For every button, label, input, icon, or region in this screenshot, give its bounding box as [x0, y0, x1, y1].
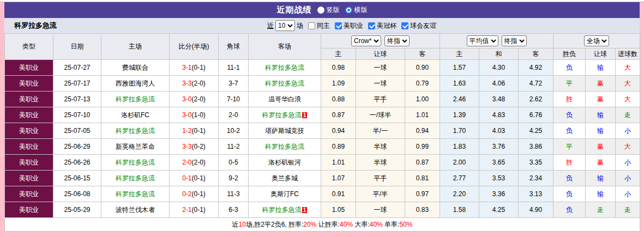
- layout-option-vertical[interactable]: 竖版: [317, 5, 340, 15]
- odds-away-cell: 0.81: [405, 171, 440, 186]
- away-team-cell[interactable]: 科罗拉多急流: [249, 139, 321, 155]
- score-cell[interactable]: 0-1(0-1): [170, 171, 219, 186]
- score-cell[interactable]: 3-3(2-0): [170, 76, 219, 92]
- average-select[interactable]: 平均值: [467, 35, 498, 46]
- home-team-cell[interactable]: 科罗拉多急流: [101, 92, 170, 107]
- odds-away-cell: 0.94: [405, 123, 440, 139]
- away-team-cell[interactable]: 科罗拉多急流1: [249, 202, 321, 218]
- home-team-cell[interactable]: 科罗拉多急流: [101, 123, 170, 139]
- away-team-cell[interactable]: 奥斯汀FC: [249, 186, 321, 202]
- away-team-cell[interactable]: 奥兰多城: [249, 171, 321, 186]
- match-count-unit: 场: [297, 21, 303, 31]
- result-outcome-cell: 平: [553, 76, 586, 92]
- result-goals-cell: 大: [616, 60, 640, 76]
- summary-segment: 近: [232, 221, 239, 228]
- halftime-score: (0-1): [192, 174, 206, 182]
- home-team-cell[interactable]: 洛杉矶FC: [101, 107, 170, 123]
- summary-segment: 40%: [340, 221, 353, 228]
- fulltime-score[interactable]: 3-1: [182, 64, 191, 71]
- home-team-cell[interactable]: 科罗拉多急流: [101, 186, 170, 202]
- mls-checkbox[interactable]: [335, 22, 342, 29]
- fulltime-score[interactable]: 2-1: [182, 206, 191, 214]
- score-cell[interactable]: 0-2(0-1): [170, 186, 219, 202]
- avg-away-cell: 6.76: [519, 107, 553, 123]
- away-team-cell[interactable]: 堪萨斯城竞技: [249, 123, 321, 139]
- match-row: 美职业25-06-15科罗拉多急流0-1(0-1)9-2奥兰多城1.07平手0.…: [5, 171, 640, 186]
- result-handicap-cell: 输: [586, 123, 616, 139]
- mls-label: 美职业: [344, 21, 363, 31]
- fulltime-score[interactable]: 0-1: [182, 174, 191, 182]
- fulltime-score[interactable]: 3-0: [182, 95, 191, 103]
- halftime-score: (1-0): [192, 111, 206, 119]
- home-team-cell[interactable]: 科罗拉多急流: [101, 171, 170, 186]
- odds-handicap-cell: 一球: [356, 76, 405, 92]
- recent-results-panel: 近期战绩 竖版 横版 科罗拉多急流 近 10 场 同主 美职业 美冠杯 球会友谊: [4, 2, 640, 232]
- same-venue-checkbox[interactable]: [308, 22, 315, 29]
- subheader-avg-draw: 和: [479, 48, 519, 60]
- fulltime-score[interactable]: 1-2: [182, 127, 191, 135]
- date-cell: 25-06-26: [53, 155, 101, 171]
- score-cell[interactable]: 2-1(0-1): [170, 202, 219, 218]
- league-type-cell: 美职业: [5, 107, 53, 123]
- away-team-cell[interactable]: 洛杉矶银河: [249, 155, 321, 171]
- away-team-cell[interactable]: 科罗拉多急流1: [249, 107, 321, 123]
- fulltime-score[interactable]: 2-0: [182, 159, 191, 166]
- avg-draw-cell: 3.36: [479, 186, 519, 202]
- near-matches-link[interactable]: 近: [267, 21, 274, 31]
- match-row: 美职业25-07-13科罗拉多急流3-0(2-0)7-10温哥华白浪0.88平手…: [5, 92, 640, 107]
- avg-away-cell: 3.35: [519, 155, 553, 171]
- odds-home-cell: 0.94: [321, 123, 356, 139]
- away-team-cell[interactable]: 科罗拉多急流: [249, 60, 321, 76]
- away-team-cell[interactable]: 科罗拉多急流: [249, 76, 321, 92]
- result-outcome-cell: 胜: [553, 155, 586, 171]
- home-team-cell[interactable]: 新英格兰革命: [101, 139, 170, 155]
- layout-vertical-label: 竖版: [327, 5, 340, 15]
- match-count-select[interactable]: 10: [275, 20, 295, 31]
- score-cell[interactable]: 3-1(0-1): [170, 60, 219, 76]
- fulltime-score[interactable]: 3-3: [182, 80, 191, 87]
- result-goals-cell: 大: [616, 92, 640, 107]
- score-cell[interactable]: 3-0(2-0): [170, 92, 219, 107]
- fulltime-score[interactable]: 0-2: [182, 190, 191, 198]
- odds-handicap-cell: 一球: [356, 60, 405, 76]
- result-goals-cell: 小: [616, 171, 640, 186]
- odds-away-cell: 0.83: [405, 202, 440, 218]
- home-team-cell[interactable]: 费城联合: [101, 60, 170, 76]
- corner-cell: 7-10: [219, 92, 249, 107]
- avg-draw-cell: 3.48: [479, 92, 519, 107]
- friendly-label: 球会友谊: [410, 21, 436, 31]
- fulltime-score[interactable]: 3-3: [182, 143, 191, 150]
- result-handicap-cell: 赢: [586, 139, 616, 155]
- scope-select[interactable]: 全场: [584, 35, 609, 46]
- odds-stage-select-2[interactable]: 终指: [502, 35, 527, 46]
- score-cell[interactable]: 3-3(0-2): [170, 139, 219, 155]
- score-cell[interactable]: 3-0(1-0): [170, 107, 219, 123]
- summary-segment: 大率:: [353, 221, 370, 228]
- radio-vertical-icon[interactable]: [317, 7, 324, 14]
- match-row: 美职业25-07-10洛杉矶FC3-0(1-0)2-0科罗拉多急流10.87一/…: [5, 107, 640, 123]
- friendly-checkbox[interactable]: [401, 22, 408, 29]
- avg-away-cell: 4.25: [519, 123, 553, 139]
- result-handicap-cell: 输: [586, 107, 616, 123]
- summary-segment: 40%: [370, 221, 383, 228]
- avg-away-cell: 4.72: [519, 76, 553, 92]
- home-team-cell[interactable]: 波特兰伐木者: [101, 202, 170, 218]
- odds-handicap-cell: 平手: [356, 171, 405, 186]
- live-count-badge: 1: [302, 207, 308, 213]
- home-team-cell[interactable]: 西雅图海湾人: [101, 76, 170, 92]
- fulltime-score[interactable]: 3-0: [182, 111, 191, 119]
- champions-cup-checkbox[interactable]: [368, 22, 375, 29]
- home-team-cell[interactable]: 科罗拉多急流: [101, 155, 170, 171]
- away-team-cell[interactable]: 温哥华白浪: [249, 92, 321, 107]
- layout-option-horizontal[interactable]: 横版: [345, 5, 368, 15]
- score-cell[interactable]: 1-2(0-1): [170, 123, 219, 139]
- results-table: 类型 日期 主场 比分(半场) 角球 客场 Crow* 终指 平均值 终指: [4, 33, 640, 232]
- subheader-goals: 进球数: [616, 48, 640, 60]
- date-cell: 25-05-29: [53, 202, 101, 218]
- score-cell[interactable]: 2-0(2-0): [170, 155, 219, 171]
- odds-stage-select-1[interactable]: 终指: [384, 35, 410, 46]
- result-scope-header-group: 全场: [553, 34, 640, 48]
- radio-horizontal-icon[interactable]: [345, 7, 352, 14]
- odds-company-select[interactable]: Crow*: [351, 35, 381, 46]
- result-handicap-cell: 赢: [586, 92, 616, 107]
